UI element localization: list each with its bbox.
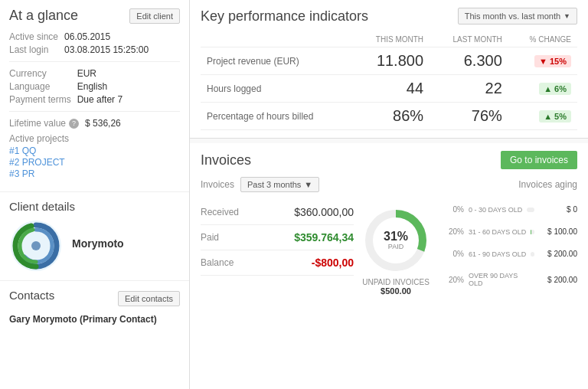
donut-paid-label: PAID — [384, 243, 408, 250]
svg-point-1 — [31, 241, 41, 250]
at-a-glance-section: At a glance Edit client Active since 06.… — [0, 0, 189, 192]
aging-bar-track-0 — [527, 208, 534, 212]
kpi-last-month-0: 6.300 — [430, 47, 508, 75]
client-details-section: Client details Morymoto — [0, 192, 189, 281]
aging-amount-1: $ 100.00 — [539, 227, 577, 236]
contacts-title: Contacts — [9, 289, 54, 302]
aging-bar-track-2 — [531, 252, 534, 257]
client-logo — [9, 219, 63, 273]
currency-group: Currency EUR Language English Payment te… — [9, 61, 180, 105]
currency-label: Currency — [9, 68, 71, 79]
kpi-change-0: ▼ 15% — [508, 47, 577, 75]
kpi-title: Key performance indicators — [201, 8, 368, 25]
invoice-row-paid: Paid $359.764,34 — [201, 225, 354, 250]
language-value: English — [77, 81, 180, 92]
client-name: Morymoto — [72, 237, 124, 250]
aging-amount-2: $ 200.00 — [539, 250, 577, 258]
aging-row-0: 0%0 - 30 DAYS OLD$ 0 — [446, 205, 577, 214]
kpi-change-1: ▲ 6% — [508, 75, 577, 103]
active-since-value: 06.05.2015 — [64, 31, 180, 42]
aging-pct-2: 0% — [446, 250, 464, 258]
aging-bar-track-1 — [531, 230, 534, 234]
project-link-1[interactable]: #1 QQ — [9, 145, 180, 156]
kpi-last-month-2: 76% — [430, 103, 508, 130]
aging-amount-0: $ 0 — [539, 205, 577, 214]
kpi-col-pct-change: % CHANGE — [508, 32, 577, 47]
aging-row-3: 20%OVER 90 DAYS OLD$ 200.00 — [446, 272, 577, 287]
donut-area: 31% PAID UNPAID INVOICES $500.00 — [361, 200, 430, 296]
kpi-row: Project revenue (EUR)11.8006.300▼ 15% — [201, 47, 577, 75]
language-label: Language — [9, 81, 71, 92]
kpi-col-this-month: THIS MONTH — [353, 32, 430, 47]
invoices-rows: Received $360.000,00 Paid $359.764,34 Ba… — [201, 200, 354, 296]
kpi-section: Key performance indicators This month vs… — [190, 0, 588, 139]
aging-row-2: 0%61 - 90 DAYS OLD$ 200.00 — [446, 250, 577, 258]
aging-range-1: 31 - 60 DAYS OLD — [469, 228, 526, 236]
aging-range-0: 0 - 30 DAYS OLD — [469, 206, 522, 214]
aging-range-2: 61 - 90 DAYS OLD — [469, 250, 526, 258]
donut-pct: 31% — [384, 230, 408, 243]
currency-value: EUR — [77, 68, 180, 79]
kpi-change-2: ▲ 5% — [508, 103, 577, 130]
kpi-this-month-2: 86% — [353, 103, 430, 130]
invoices-title: Invoices — [201, 152, 251, 168]
received-amount: $360.000,00 — [294, 206, 354, 218]
aging-range-3: OVER 90 DAYS OLD — [469, 272, 530, 287]
balance-label: Balance — [201, 257, 234, 268]
kpi-dropdown-arrow-icon: ▼ — [564, 12, 570, 20]
active-projects-label: Active projects — [9, 133, 180, 144]
invoices-controls: Invoices Past 3 months ▼ Invoices aging — [201, 177, 577, 192]
invoices-section: Invoices Go to invoices Invoices Past 3 … — [190, 143, 588, 389]
balance-amount: -$800,00 — [312, 257, 354, 269]
invoices-body: Received $360.000,00 Paid $359.764,34 Ba… — [201, 200, 577, 296]
invoices-aging-label: Invoices aging — [518, 179, 577, 190]
payment-terms-label: Payment terms — [9, 94, 71, 105]
aging-row-1: 20%31 - 60 DAYS OLD$ 100.00 — [446, 227, 577, 236]
kpi-row: Hours logged4422▲ 6% — [201, 75, 577, 103]
kpi-row: Percentage of hours billed86%76%▲ 5% — [201, 103, 577, 130]
active-since-label: Active since — [9, 31, 58, 42]
lifetime-help-icon[interactable]: ? — [69, 119, 79, 129]
received-label: Received — [201, 207, 239, 217]
contacts-section: Contacts Edit contacts Gary Morymoto (Pr… — [0, 281, 189, 332]
left-panel: At a glance Edit client Active since 06.… — [0, 0, 190, 389]
go-to-invoices-button[interactable]: Go to invoices — [501, 151, 577, 169]
aging-pct-0: 0% — [446, 205, 464, 214]
edit-contacts-button[interactable]: Edit contacts — [118, 291, 180, 306]
kpi-this-month-0: 11.800 — [353, 47, 430, 75]
invoices-period-dropdown[interactable]: Past 3 months ▼ — [240, 177, 319, 192]
lifetime-amount: $ 536,26 — [85, 118, 121, 129]
client-logo-area: Morymoto — [9, 219, 180, 273]
invoices-filter-label: Invoices — [201, 179, 234, 190]
invoice-row-received: Received $360.000,00 — [201, 200, 354, 225]
period-label: Past 3 months — [247, 180, 301, 189]
invoice-row-balance: Balance -$800,00 — [201, 250, 354, 276]
project-link-2[interactable]: #2 PROJECT — [9, 157, 180, 168]
unpaid-invoices-label: UNPAID INVOICES — [362, 278, 430, 286]
lifetime-value-label: Lifetime value — [9, 118, 66, 129]
kpi-this-month-1: 44 — [353, 75, 430, 103]
paid-label: Paid — [201, 232, 219, 243]
last-login-value: 03.08.2015 15:25:00 — [64, 44, 180, 55]
kpi-last-month-1: 22 — [430, 75, 508, 103]
kpi-period-dropdown[interactable]: This month vs. last month ▼ — [458, 8, 577, 25]
unpaid-invoices-amount: $500.00 — [362, 286, 430, 296]
client-details-title: Client details — [9, 200, 180, 213]
period-arrow-icon: ▼ — [304, 180, 312, 189]
payment-terms-value: Due after 7 — [77, 94, 180, 105]
lifetime-group: Lifetime value ? $ 536,26 Active project… — [9, 111, 180, 179]
active-since-group: Active since 06.05.2015 Last login 03.08… — [9, 31, 180, 55]
aging-section: 0%0 - 30 DAYS OLD$ 020%31 - 60 DAYS OLD$… — [438, 200, 577, 296]
kpi-metric-2: Percentage of hours billed — [201, 103, 353, 130]
primary-contact: Gary Morymoto (Primary Contact) — [9, 314, 180, 325]
project-link-3[interactable]: #3 PR — [9, 168, 180, 179]
kpi-period-label: This month vs. last month — [465, 11, 560, 21]
right-panel: Key performance indicators This month vs… — [190, 0, 588, 389]
kpi-col-last-month: LAST MONTH — [430, 32, 508, 47]
paid-amount: $359.764,34 — [294, 231, 354, 244]
unpaid-invoices-area: UNPAID INVOICES $500.00 — [362, 278, 430, 296]
kpi-metric-1: Hours logged — [201, 75, 353, 103]
donut-chart: 31% PAID — [361, 206, 430, 275]
kpi-col-metric — [201, 32, 353, 47]
edit-client-button[interactable]: Edit client — [129, 8, 180, 24]
